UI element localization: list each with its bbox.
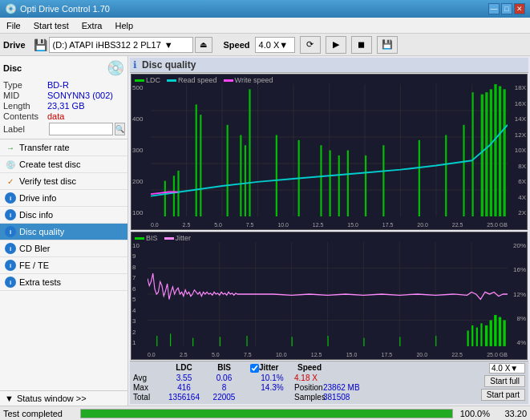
disc-length-row: Length 23,31 GB — [3, 101, 124, 111]
svg-rect-54 — [192, 338, 193, 346]
progress-percent: 100.0% — [458, 409, 490, 418]
svg-rect-66 — [485, 325, 488, 346]
jitter-checkbox[interactable] — [250, 364, 259, 373]
disc-length-value: 23,31 GB — [47, 101, 84, 111]
sidebar-item-extra-tests[interactable]: i Extra tests — [0, 274, 127, 291]
total-ldc: 1356164 — [162, 393, 206, 402]
disc-contents-label: Contents — [3, 111, 47, 121]
minimize-button[interactable]: — — [488, 3, 500, 14]
sidebar-item-drive-info[interactable]: i Drive info — [0, 190, 127, 207]
disc-label-input[interactable] — [49, 123, 113, 135]
svg-rect-56 — [246, 336, 247, 346]
speed-header: Speed — [297, 363, 338, 373]
disc-info-label: Disc info — [19, 210, 53, 220]
status-bar: Test completed 100.0% 33.20 — [0, 406, 530, 420]
maximize-button[interactable]: □ — [501, 3, 512, 14]
create-test-disc-icon: 💿 — [5, 159, 16, 170]
svg-rect-28 — [365, 155, 366, 216]
charts-container: LDC Read speed Write speed 500 — [130, 73, 528, 361]
legend-ldc: LDC — [135, 76, 160, 84]
drive-select[interactable]: (D:) ATAPI iHBS312 2 PL17 ▼ — [49, 37, 193, 53]
disc-type-row: Type BD-R — [3, 80, 124, 90]
svg-rect-29 — [382, 145, 384, 216]
svg-rect-34 — [481, 95, 483, 216]
transfer-rate-icon: → — [5, 142, 16, 153]
status-window-button[interactable]: ▼ Status window >> — [0, 390, 127, 406]
bottom-chart: BIS Jitter 10 9 8 7 6 5 — [131, 232, 528, 360]
create-test-disc-label: Create test disc — [19, 160, 80, 169]
sidebar-item-cd-bler[interactable]: i CD Bler — [0, 240, 127, 257]
speed-select[interactable]: 4.0 X ▼ — [255, 37, 295, 53]
menu-help[interactable]: Help — [111, 20, 136, 31]
legend-read-speed: Read speed — [167, 76, 217, 84]
svg-rect-32 — [463, 125, 464, 216]
speed-label: Speed — [224, 40, 250, 50]
progress-bar-fill — [81, 410, 452, 418]
chart-area: ℹ Disc quality LDC — [128, 56, 530, 406]
sidebar-item-transfer-rate[interactable]: → Transfer rate — [0, 139, 127, 156]
svg-rect-63 — [471, 325, 473, 346]
disc-label-btn[interactable]: 🔍 — [115, 123, 125, 135]
legend-jitter: Jitter — [164, 234, 192, 242]
svg-rect-62 — [467, 331, 468, 346]
start-full-button[interactable]: Start full — [484, 375, 525, 387]
eject-button[interactable]: ⏏ — [195, 37, 212, 53]
status-window-icon: ▼ — [5, 394, 14, 403]
max-jitter: 14.3% — [250, 383, 294, 392]
sidebar-item-fe-te[interactable]: i FE / TE — [0, 257, 127, 274]
drive-info-label: Drive info — [19, 193, 56, 203]
svg-rect-68 — [494, 315, 496, 346]
sidebar-item-create-test-disc[interactable]: 💿 Create test disc — [0, 156, 127, 173]
disc-label-row: Label 🔍 — [3, 123, 124, 135]
test-speed-dropdown[interactable]: 4.0 X ▼ — [489, 363, 525, 374]
avg-ldc: 3.55 — [162, 374, 206, 382]
position-label: Position — [294, 383, 323, 392]
svg-rect-14 — [173, 176, 175, 216]
svg-rect-60 — [399, 337, 400, 346]
toolbar-btn-2[interactable]: ▶ — [326, 36, 346, 54]
avg-speed: 4.18 X — [294, 374, 334, 382]
toolbar-btn-save[interactable]: 💾 — [377, 36, 398, 54]
svg-rect-39 — [503, 89, 505, 216]
menu-file[interactable]: File — [3, 20, 24, 31]
max-bis: 8 — [206, 383, 242, 392]
app-icon: 💿 — [5, 3, 17, 14]
close-button[interactable]: ✕ — [514, 3, 525, 14]
sidebar-item-verify-test-disc[interactable]: ✓ Verify test disc — [0, 173, 127, 190]
chart-title: Disc quality — [142, 59, 196, 71]
toolbar-btn-1[interactable]: ⟳ — [300, 36, 321, 54]
samples-value: 381508 — [323, 393, 350, 402]
sidebar-item-disc-quality[interactable]: i Disc quality — [0, 224, 127, 240]
menu-extra[interactable]: Extra — [79, 20, 106, 31]
svg-rect-13 — [164, 181, 166, 216]
total-label: Total — [133, 393, 162, 402]
drive-value: (D:) ATAPI iHBS312 2 PL17 — [53, 40, 161, 50]
total-bis: 22005 — [206, 393, 242, 402]
toolbar-btn-3[interactable]: ◼ — [351, 36, 372, 54]
legend-bis: BIS — [135, 234, 158, 242]
window-controls: — □ ✕ — [488, 3, 525, 14]
disc-contents-value: data — [47, 111, 64, 121]
svg-rect-35 — [485, 92, 488, 216]
svg-rect-15 — [177, 171, 179, 216]
drive-label: Drive — [3, 40, 26, 50]
svg-rect-70 — [503, 321, 505, 346]
sidebar-item-disc-info[interactable]: i Disc info — [0, 207, 127, 224]
max-label: Max — [133, 383, 162, 392]
speed-dropdown-arrow: ▼ — [279, 40, 288, 50]
transfer-rate-label: Transfer rate — [19, 143, 70, 152]
menu-start-test[interactable]: Start test — [30, 20, 72, 31]
disc-type-value: BD-R — [47, 80, 69, 90]
ldc-header: LDC — [162, 363, 206, 373]
svg-rect-53 — [170, 333, 171, 346]
verify-test-disc-label: Verify test disc — [19, 176, 76, 186]
progress-bar-container — [80, 409, 453, 418]
svg-rect-55 — [220, 337, 220, 346]
max-ldc: 416 — [162, 383, 206, 392]
avg-label: Avg — [133, 374, 162, 382]
start-part-button[interactable]: Start part — [481, 389, 525, 401]
stats-right-panel: 4.0 X ▼ Start full Start part — [481, 363, 525, 401]
chart-header: ℹ Disc quality — [130, 58, 528, 73]
speed-display: 33.20 — [495, 409, 527, 418]
menu-bar: File Start test Extra Help — [0, 18, 530, 34]
